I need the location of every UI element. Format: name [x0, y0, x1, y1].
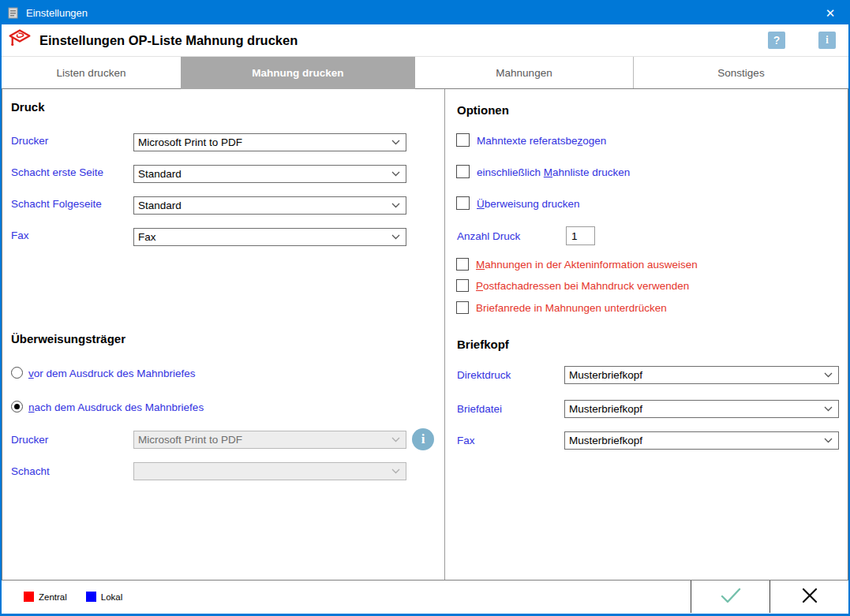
info-circle-icon[interactable]: i — [412, 428, 434, 450]
checkbox-mahnliste-drucken-label: einschließlich Mahnliste drucken — [477, 166, 630, 178]
radio-vor-ausdruck-label: vor dem Ausdruck des Mahnbriefes — [28, 368, 196, 379]
section-heading-druck: Druck — [11, 100, 45, 114]
lokal-swatch — [86, 592, 96, 602]
tab-sonstiges[interactable]: Sonstiges — [633, 57, 848, 88]
chevron-down-icon — [824, 372, 833, 378]
fax-select[interactable]: Fax — [133, 228, 406, 246]
checkbox-mahnungen-akteninformation[interactable] — [456, 258, 469, 271]
fax-select-value: Fax — [138, 231, 156, 243]
checkbox-mahnliste-drucken[interactable] — [456, 165, 470, 178]
zentral-label: Zentral — [39, 592, 67, 602]
column-divider — [444, 89, 445, 580]
tab-bar: Listen drucken Mahnung drucken Mahnungen… — [2, 57, 848, 88]
checkbox-mahnungen-akteninformation-label: Mahnungen in der Akteninformation auswei… — [476, 259, 698, 271]
label-ueberweisung-drucker: Drucker — [11, 434, 48, 446]
page-title: Einstellungen OP-Liste Mahnung drucken — [39, 33, 298, 48]
label-drucker: Drucker — [11, 135, 48, 147]
ueberweisung-drucker-select-value: Microsoft Print to PDF — [138, 434, 242, 446]
window-title: Einstellungen — [26, 7, 88, 19]
label-fax: Fax — [11, 230, 29, 241]
chevron-down-icon — [391, 140, 400, 145]
help-button[interactable]: ? — [768, 32, 785, 49]
lokal-label: Lokal — [101, 592, 123, 602]
checkbox-postfachadressen-label: Postfachadressen bei Mahndruck verwenden — [476, 280, 689, 292]
titlebar: Einstellungen ✕ — [2, 2, 848, 24]
schacht-folgeseite-select[interactable]: Standard — [133, 196, 406, 215]
zentral-swatch — [24, 592, 34, 602]
cancel-button[interactable] — [769, 581, 848, 613]
checkmark-icon — [721, 588, 741, 607]
chevron-down-icon — [824, 406, 833, 412]
label-schacht-erste-seite: Schacht erste Seite — [11, 166, 103, 178]
tab-mahnung-drucken[interactable]: Mahnung drucken — [181, 57, 415, 89]
briefkopf-fax-select-value: Musterbriefkopf — [569, 435, 642, 446]
drucker-select-value: Microsoft Print to PDF — [138, 136, 242, 148]
section-heading-optionen: Optionen — [457, 103, 509, 117]
checkbox-briefanrede-unterdruecken-label: Briefanrede in Mahnungen unterdrücken — [476, 302, 667, 314]
checkbox-briefanrede-unterdruecken[interactable] — [456, 301, 469, 314]
tab-content: Druck Drucker Microsoft Print to PDF Sch… — [2, 88, 848, 581]
label-briefkopf-fax: Fax — [457, 435, 475, 446]
checkbox-mahntexte-referatsbezogen[interactable] — [456, 133, 470, 147]
label-direktdruck: Direktdruck — [457, 369, 511, 381]
close-icon — [802, 588, 818, 607]
scope-legend: Zentral Lokal — [24, 581, 137, 613]
label-ueberweisung-schacht: Schacht — [11, 465, 50, 477]
app-logo-icon — [8, 28, 32, 53]
tab-listen-drucken[interactable]: Listen drucken — [2, 57, 181, 88]
briefdatei-select-value: Musterbriefkopf — [569, 403, 642, 415]
checkbox-ueberweisung-drucken-label: Überweisung drucken — [477, 198, 580, 210]
chevron-down-icon — [824, 438, 833, 443]
tab-mahnungen[interactable]: Mahnungen — [415, 57, 633, 88]
schacht-erste-seite-select[interactable]: Standard — [133, 165, 406, 183]
section-heading-ueberweisungstraeger: Überweisungsträger — [11, 332, 125, 345]
ueberweisung-schacht-select — [133, 462, 406, 480]
checkbox-postfachadressen[interactable] — [456, 279, 469, 292]
radio-nach-ausdruck[interactable] — [11, 401, 23, 413]
titlebar-close-button[interactable]: ✕ — [812, 2, 848, 24]
label-anzahl-druck: Anzahl Druck — [457, 230, 520, 242]
info-button[interactable]: i — [818, 32, 836, 49]
ueberweisung-drucker-select: Microsoft Print to PDF — [133, 431, 406, 449]
radio-vor-ausdruck[interactable] — [11, 367, 23, 379]
chevron-down-icon — [391, 234, 400, 240]
radio-nach-ausdruck-label: nach dem Ausdruck des Mahnbriefes — [28, 401, 204, 413]
section-heading-briefkopf: Briefkopf — [457, 338, 509, 351]
label-schacht-folgeseite: Schacht Folgeseite — [11, 198, 102, 210]
direktdruck-select-value: Musterbriefkopf — [569, 369, 642, 381]
schacht-erste-seite-select-value: Standard — [138, 168, 182, 180]
settings-dialog: Einstellungen ✕ Einstellungen OP-Liste M… — [0, 0, 850, 616]
checkbox-ueberweisung-drucken[interactable] — [456, 196, 470, 210]
checkbox-mahntexte-referatsbezogen-label: Mahntexte referatsbezogen — [477, 135, 606, 147]
anzahl-druck-input[interactable] — [566, 226, 595, 245]
label-briefdatei: Briefdatei — [457, 403, 502, 415]
briefdatei-select[interactable]: Musterbriefkopf — [564, 400, 839, 418]
ok-button[interactable] — [691, 581, 769, 613]
chevron-down-icon — [391, 171, 400, 177]
chevron-down-icon — [391, 469, 400, 474]
dialog-header: Einstellungen OP-Liste Mahnung drucken ?… — [2, 24, 848, 57]
chevron-down-icon — [391, 203, 400, 208]
footer-bar: Zentral Lokal — [2, 581, 848, 613]
window-icon — [8, 7, 20, 19]
schacht-folgeseite-select-value: Standard — [138, 200, 182, 211]
briefkopf-fax-select[interactable]: Musterbriefkopf — [564, 431, 839, 450]
chevron-down-icon — [391, 437, 400, 442]
drucker-select[interactable]: Microsoft Print to PDF — [133, 133, 406, 151]
direktdruck-select[interactable]: Musterbriefkopf — [564, 366, 839, 384]
